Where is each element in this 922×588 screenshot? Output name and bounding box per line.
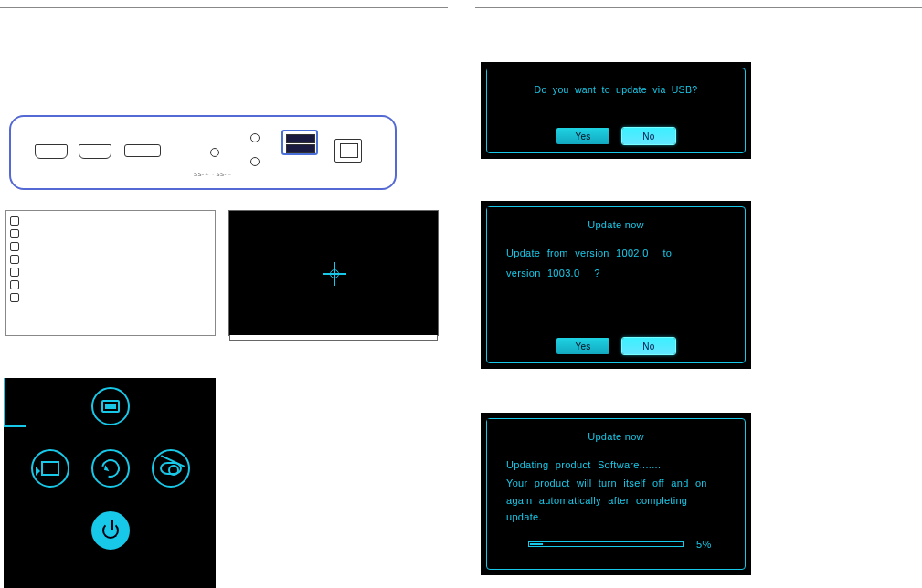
no-button[interactable]: No [622,128,675,144]
hdmi-port-1-icon [35,144,68,159]
nav-up-button[interactable] [91,387,130,425]
joystick-nav-panel [4,378,216,588]
osd-icon-1 [10,216,19,226]
usb-stack-icon [281,130,318,155]
hdmi-port-2-icon [79,144,111,159]
update-progress-dialog: Update now Updating product Software....… [481,413,751,575]
port-labels-text: SS-← · SS-← [194,172,233,177]
osd-icon-6 [10,280,19,289]
power-icon [102,522,119,539]
nav-connector-line [4,402,5,425]
nav-right-button[interactable] [152,449,190,488]
progress-fill [530,543,543,545]
no-button[interactable]: No [622,338,675,354]
crosshair-icon [328,268,341,280]
update-confirm-dialog: Update now Update from version 1002.0 to… [481,201,751,369]
device-ports-panel: SS-← · SS-← [9,115,397,190]
monitor-bezel [229,335,438,341]
nav-connector-line [4,426,26,427]
displayport-icon [124,144,161,157]
monitor-icon [101,400,120,413]
osd-icon-5 [10,268,19,277]
audio-jack-3-icon [250,157,260,166]
audio-jack-icon [210,148,219,157]
progress-bar [528,541,684,547]
audio-jack-2-icon [250,133,260,142]
eye-off-icon [160,462,182,475]
back-icon [98,456,122,480]
monitor-front-diagram [5,210,216,336]
osd-icon-7 [10,293,19,302]
yes-button[interactable]: Yes [556,338,609,354]
nav-connector-line [4,378,5,402]
ethernet-port-icon [334,139,362,163]
right-column: Do you want to update via USB? Yes No Up… [475,0,922,588]
osd-icon-4 [10,255,19,264]
osd-icon-3 [10,242,19,251]
left-column: SS-← · SS-← [0,0,448,588]
usb-update-prompt-dialog: Do you want to update via USB? Yes No [481,62,751,159]
osd-menu-icons [10,216,19,302]
nav-center-button[interactable] [91,449,130,488]
progress-row: 5% [528,539,712,550]
nav-power-button[interactable] [91,511,130,550]
osd-icon-2 [10,229,19,238]
input-source-icon [41,461,59,476]
yes-button[interactable]: Yes [556,128,609,144]
progress-percent: 5% [696,539,712,550]
nav-left-button[interactable] [31,449,69,488]
monitor-crosshair-diagram [228,210,439,336]
